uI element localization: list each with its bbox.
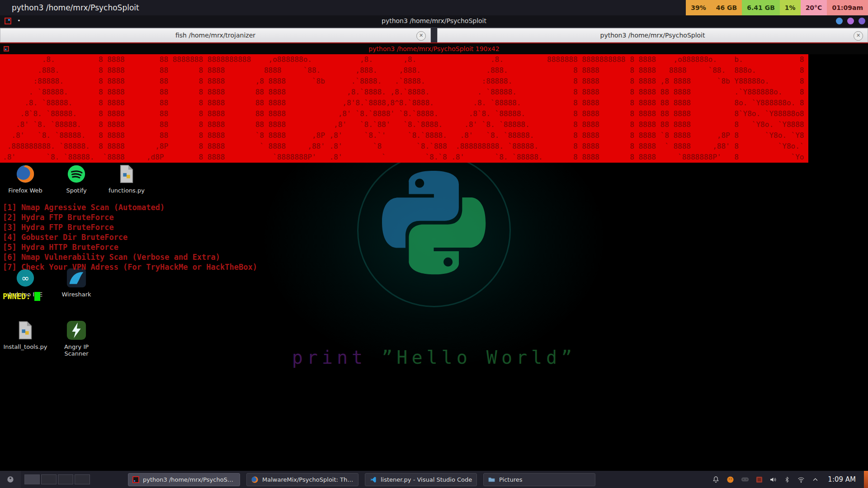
wifi-icon[interactable] bbox=[797, 476, 805, 483]
vscode-icon bbox=[369, 476, 377, 483]
active-window-title: python3 /home/mrx/PsychoSploit bbox=[12, 3, 139, 12]
terminal-prompt[interactable]: PWNED: bbox=[3, 292, 40, 301]
menu-item: [4] Gobuster Dir BruteForce bbox=[3, 232, 257, 242]
task-terminal[interactable]: python3 /home/mrx/PsychoSploit bbox=[128, 473, 240, 486]
show-desktop-strip[interactable] bbox=[864, 471, 868, 488]
load-monitor: 1% bbox=[780, 0, 801, 15]
menu-item: [6] Nmap Vulnerability Scan (Verbose and… bbox=[3, 252, 257, 262]
window-close-button[interactable] bbox=[859, 18, 865, 24]
system-monitors: 39% 46 GB 6.41 GB 1% 20°C 01:09am bbox=[686, 0, 868, 15]
task-pictures[interactable]: Pictures bbox=[483, 473, 595, 486]
desktop-icon-wireshark[interactable]: Wireshark bbox=[56, 267, 97, 298]
folder-icon bbox=[488, 476, 495, 483]
icon-label: functions.py bbox=[108, 187, 145, 194]
python-file-icon bbox=[116, 164, 137, 184]
code-string: ”Hello World” bbox=[382, 347, 576, 368]
menu-item: [2] Hydra FTP BruteForce bbox=[3, 212, 257, 222]
task-firefox[interactable]: MalwareMix/PsychoSploit: This scri... bbox=[246, 473, 359, 486]
terminal-cursor[interactable] bbox=[34, 292, 40, 301]
menu-item: [3] Hydra FTP BruteForce bbox=[3, 222, 257, 232]
task-vscode[interactable]: listener.py - Visual Studio Code bbox=[365, 473, 477, 486]
terminal-icon bbox=[132, 476, 139, 483]
workspace-3[interactable] bbox=[58, 474, 73, 484]
menu-item: [1] Nmap Agressive Scan (Automated) bbox=[3, 202, 257, 212]
disk-monitor: 46 GB bbox=[711, 0, 742, 15]
clipboard-chip-icon[interactable] bbox=[756, 476, 763, 483]
icon-label: Angry IP Scanner bbox=[56, 343, 97, 357]
desktop-icon-firefox[interactable]: Firefox Web bbox=[5, 164, 46, 194]
temp-monitor: 20°C bbox=[801, 0, 827, 15]
icon-label: Spotify bbox=[66, 187, 86, 194]
workspace-pager bbox=[24, 474, 90, 484]
workspace-4[interactable] bbox=[75, 474, 90, 484]
icon-label: Install_tools.py bbox=[3, 343, 47, 350]
clock-monitor: 01:09am bbox=[827, 0, 868, 15]
prompt-label: PWNED: bbox=[3, 292, 30, 301]
desktop-icon-install-tools-py[interactable]: Install_tools.py bbox=[5, 320, 46, 350]
taskbar: python3 /home/mrx/PsychoSploit MalwareMi… bbox=[0, 471, 868, 488]
top-panel: python3 /home/mrx/PsychoSploit 39% 46 GB… bbox=[0, 0, 868, 15]
python-logo bbox=[382, 171, 486, 275]
task-label: MalwareMix/PsychoSploit: This scri... bbox=[262, 476, 354, 483]
notifications-bell-icon[interactable] bbox=[712, 476, 720, 483]
volume-icon[interactable] bbox=[769, 476, 777, 483]
desktop-icon-spotify[interactable]: Spotify bbox=[56, 164, 97, 194]
tab-python3-psychosploit[interactable]: python3 /home/mrx/PsychoSploit ✕ bbox=[437, 28, 868, 42]
window-titlebar[interactable]: • python3 /home/mrx/PsychoSploit bbox=[0, 15, 868, 27]
workspace-1[interactable] bbox=[24, 474, 40, 484]
taskbar-clock[interactable]: 1:09 AM bbox=[828, 475, 856, 483]
icon-label: Wireshark bbox=[61, 291, 91, 298]
tray-expand-caret-icon[interactable] bbox=[812, 477, 819, 482]
menu-item: [7] Check Your VPN Adress (For TryHackMe… bbox=[3, 262, 257, 272]
terminal-inner-titlebar: python3 /home/mrx/PsychoSploit 190x42 bbox=[0, 42, 868, 54]
lightning-icon bbox=[66, 320, 87, 341]
window-maximize-button[interactable] bbox=[847, 18, 854, 24]
tab-label: fish /home/mrx/trojanizer bbox=[175, 32, 255, 39]
applications-menu-button[interactable] bbox=[0, 471, 21, 488]
python-file-icon bbox=[15, 320, 36, 341]
wallpaper-code-text: print ”Hello World” bbox=[0, 347, 868, 368]
window-buttons bbox=[836, 18, 865, 24]
window-title: python3 /home/mrx/PsychoSploit bbox=[0, 17, 868, 24]
menu-item: [5] Hydra HTTP BruteForce bbox=[3, 242, 257, 252]
cpu-monitor: 39% bbox=[686, 0, 711, 15]
code-keyword: print bbox=[292, 347, 367, 368]
svg-text:∞: ∞ bbox=[21, 272, 29, 284]
chat-app-icon[interactable] bbox=[726, 476, 734, 483]
system-tray bbox=[712, 476, 819, 483]
desktop-icon-angry-ip[interactable]: Angry IP Scanner bbox=[56, 320, 97, 357]
screen: print ”Hello World” Firefox Web Spotify … bbox=[0, 0, 868, 488]
tab-close-icon[interactable]: ✕ bbox=[854, 31, 863, 41]
workspace-2[interactable] bbox=[41, 474, 57, 484]
spotify-icon bbox=[66, 164, 87, 184]
desktop-icon-functions-py[interactable]: functions.py bbox=[106, 164, 147, 194]
terminal-tabbar: fish /home/mrx/trojanizer ✕ python3 /hom… bbox=[0, 27, 868, 42]
tab-label: python3 /home/mrx/PsychoSploit bbox=[600, 32, 705, 39]
whisker-menu-icon bbox=[6, 475, 15, 484]
controller-icon[interactable] bbox=[741, 476, 749, 483]
task-buttons: python3 /home/mrx/PsychoSploit MalwareMi… bbox=[128, 473, 595, 486]
terminal-banner-area: .8. 8 8888 88 8888888 8888888888 ,o88888… bbox=[0, 54, 868, 163]
icon-label: Firefox Web bbox=[8, 187, 42, 194]
tab-close-icon[interactable]: ✕ bbox=[416, 31, 426, 41]
tab-fish-trojanizer[interactable]: fish /home/mrx/trojanizer ✕ bbox=[0, 28, 431, 42]
window-minimize-button[interactable] bbox=[836, 18, 843, 24]
task-label: listener.py - Visual Studio Code bbox=[381, 476, 472, 483]
terminal-menu: [1] Nmap Agressive Scan (Automated)[2] H… bbox=[3, 202, 257, 272]
firefox-icon bbox=[15, 164, 36, 184]
firefox-icon bbox=[251, 476, 259, 483]
bluetooth-icon[interactable] bbox=[784, 476, 790, 483]
ascii-banner: .8. 8 8888 88 8888888 8888888888 ,o88888… bbox=[0, 54, 808, 163]
terminal-title: python3 /home/mrx/PsychoSploit 190x42 bbox=[0, 45, 868, 52]
memory-monitor: 6.41 GB bbox=[742, 0, 780, 15]
task-label: Pictures bbox=[499, 476, 522, 483]
task-label: python3 /home/mrx/PsychoSploit bbox=[143, 476, 236, 483]
